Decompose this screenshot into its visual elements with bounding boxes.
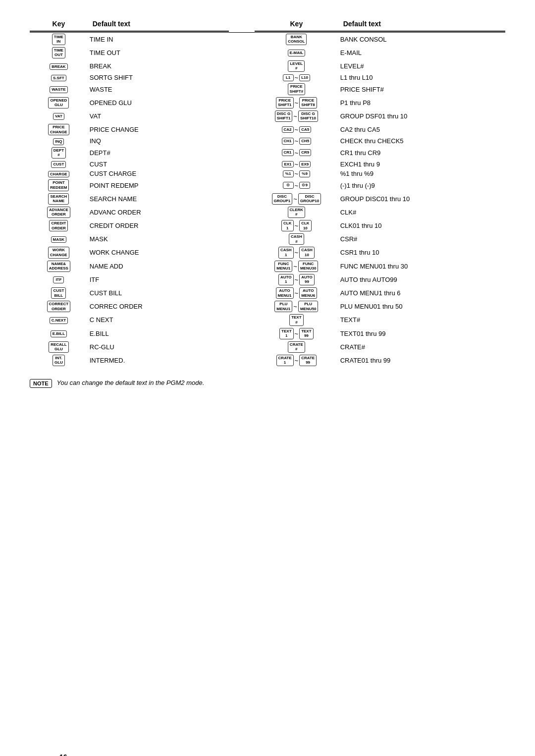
key-button: AUTOMENU6 [299, 287, 317, 299]
key-button: FUNCMENU1 [274, 261, 292, 272]
key-button: TIMEIN [52, 34, 65, 45]
key-button: PRICECHANGE [48, 124, 69, 135]
left-default-cell: RC-GLU [88, 340, 229, 354]
right-default-cell: %1 thru %9 [338, 169, 505, 178]
right-default-cell: CRATE01 thru 99 [338, 354, 505, 367]
table-row: S.SFTSORTG SHIFTL1~L10L1 thru L10 [30, 73, 505, 82]
left-default-cell: ADVANC ORDER [88, 206, 229, 219]
right-key-cell: CRATE# [255, 340, 338, 354]
key-button: OPENEDGLU [48, 97, 69, 108]
left-key-cell: INT.GLU [30, 354, 88, 367]
table-row: ITFITFAUTO1~AUTO99AUTO thru AUTO99 [30, 273, 505, 286]
key-button: EX1 [282, 161, 293, 168]
right-default-cell: BANK CONSOL [338, 32, 505, 46]
key-button: CLK10 [299, 220, 311, 231]
key-button: TEXT1 [279, 328, 293, 339]
table-row: VATVATDISC GSHIFT1~DISC GSHIFT10GROUP DS… [30, 109, 505, 123]
right-key-cell: DISCGROUP1~DISCGROUP10 [255, 192, 338, 206]
right-default-cell: AUTO MENU1 thru 6 [338, 286, 505, 300]
col2-key-header: Key [255, 20, 338, 31]
right-key-cell: LEVEL# [255, 59, 338, 73]
note-badge: NOTE [30, 379, 52, 388]
table-row: E.BILLE.BILLTEXT1~TEXT99TEXT01 thru 99 [30, 327, 505, 340]
left-default-cell: ITF [88, 273, 229, 286]
right-default-cell: E-MAIL [338, 46, 505, 59]
right-key-cell: FUNCMENU1~FUNCMENU30 [255, 260, 338, 273]
left-default-cell: INTERMED. [88, 354, 229, 367]
key-button: DISC GSHIFT1 [275, 110, 293, 122]
key-button: FUNCMENU30 [298, 261, 318, 272]
table-row: WASTEWASTEPRICESHIFT#PRICE SHIFT# [30, 82, 505, 96]
key-button: CRATE99 [299, 355, 317, 366]
left-default-cell: INQ [88, 136, 229, 146]
right-default-cell: CRATE# [338, 340, 505, 354]
left-default-cell: CUST CHARGE [88, 169, 229, 178]
key-button: CUSTBILL [51, 287, 66, 299]
left-key-cell: RECALLGLU [30, 340, 88, 354]
left-default-cell: CORREC ORDER [88, 300, 229, 313]
table-row: MASKMASKCASH#CSR# [30, 232, 505, 246]
right-key-cell: %1~%9 [255, 169, 338, 178]
key-button: MASK [51, 236, 67, 243]
left-default-cell: NAME ADD [88, 260, 229, 273]
right-default-cell: CLK# [338, 206, 505, 219]
left-default-cell: TIME IN [88, 32, 229, 46]
right-key-cell: CR1~CR9 [255, 146, 338, 160]
table-row: NAME&ADDRESSNAME ADDFUNCMENU1~FUNCMENU30… [30, 260, 505, 273]
right-key-cell: TEXT1~TEXT99 [255, 327, 338, 340]
key-button: DISC GSHIFT10 [298, 110, 318, 122]
right-default-cell: CR1 thru CR9 [338, 146, 505, 160]
left-default-cell: VAT [88, 109, 229, 123]
left-key-cell: DEPT# [30, 146, 88, 160]
left-key-cell: OPENEDGLU [30, 96, 88, 109]
right-key-cell: ⊙~⊙9 [255, 178, 338, 192]
right-default-cell: CLK01 thru 10 [338, 219, 505, 232]
key-button: PRICESHIFT1 [276, 97, 294, 108]
table-row: CHARGECUST CHARGE%1~%9%1 thru %9 [30, 169, 505, 178]
left-key-cell: ADVANCEORDER [30, 206, 88, 219]
key-button: CH5 [299, 138, 311, 145]
key-button: TIMEOUT [52, 47, 65, 58]
right-default-cell: EXCH1 thru 9 [338, 160, 505, 169]
right-default-cell: FUNC MENU01 thru 30 [338, 260, 505, 273]
right-default-cell: CHECK thru CHECK5 [338, 136, 505, 146]
right-key-cell: CLERK# [255, 206, 338, 219]
table-row: WORKCHANGEWORK CHANGECASH1~CASH10CSR1 th… [30, 246, 505, 259]
left-default-cell: WORK CHANGE [88, 246, 229, 259]
key-button: CRATE# [288, 341, 305, 353]
right-default-cell: PLU MENU01 thru 50 [338, 300, 505, 313]
table-row: C.NEXTC NEXTTEXT#TEXT# [30, 313, 505, 326]
table-row: DEPT#DEPT#CR1~CR9CR1 thru CR9 [30, 146, 505, 160]
right-key-cell: TEXT# [255, 313, 338, 326]
table-row: POINTREDEEMPOINT REDEMP⊙~⊙9(-)1 thru (-)… [30, 178, 505, 192]
key-button: ⊙ [283, 182, 294, 189]
left-default-cell: E.BILL [88, 327, 229, 340]
right-key-cell: CASH1~CASH10 [255, 246, 338, 259]
right-key-cell: DISC GSHIFT1~DISC GSHIFT10 [255, 109, 338, 123]
table-row: INQINQCH1~CH5CHECK thru CHECK5 [30, 136, 505, 146]
left-default-cell: BREAK [88, 59, 229, 73]
table-row: BREAKBREAKLEVEL#LEVEL# [30, 59, 505, 73]
right-default-cell: TEXT01 thru 99 [338, 327, 505, 340]
key-button: BREAK [50, 63, 67, 70]
right-default-cell: CA2 thru CA5 [338, 123, 505, 136]
right-key-cell: CASH# [255, 232, 338, 246]
note-text: You can change the default text in the P… [57, 379, 205, 386]
key-button: RECALLGLU [49, 341, 68, 353]
table-row: TIMEINTIME INBANKCONSOLBANK CONSOL [30, 32, 505, 46]
page-number: 16 [59, 753, 67, 756]
right-key-cell: E-MAIL [255, 46, 338, 59]
key-button: PLUMENU50 [298, 301, 318, 312]
key-button: E-MAIL [288, 50, 306, 56]
table-row: OPENEDGLUOPENED GLUPRICESHIFT1~PRICESHIF… [30, 96, 505, 109]
table-row: CORRECTORDERCORREC ORDERPLUMENU1~PLUMENU… [30, 300, 505, 313]
table-row: CREDITORDERCREDIT ORDERCLK1~CLK10CLK01 t… [30, 219, 505, 232]
right-key-cell: PLUMENU1~PLUMENU50 [255, 300, 338, 313]
key-button: CORRECTORDER [47, 301, 71, 312]
col1-default-header: Default text [88, 20, 229, 31]
left-key-cell: WASTE [30, 82, 88, 96]
key-button: L1 [283, 74, 294, 81]
left-default-cell: TIME OUT [88, 46, 229, 59]
key-button: DISCGROUP10 [298, 193, 321, 205]
table-row: CUSTBILLCUST BILLAUTOMENU1~AUTOMENU6AUTO… [30, 286, 505, 300]
